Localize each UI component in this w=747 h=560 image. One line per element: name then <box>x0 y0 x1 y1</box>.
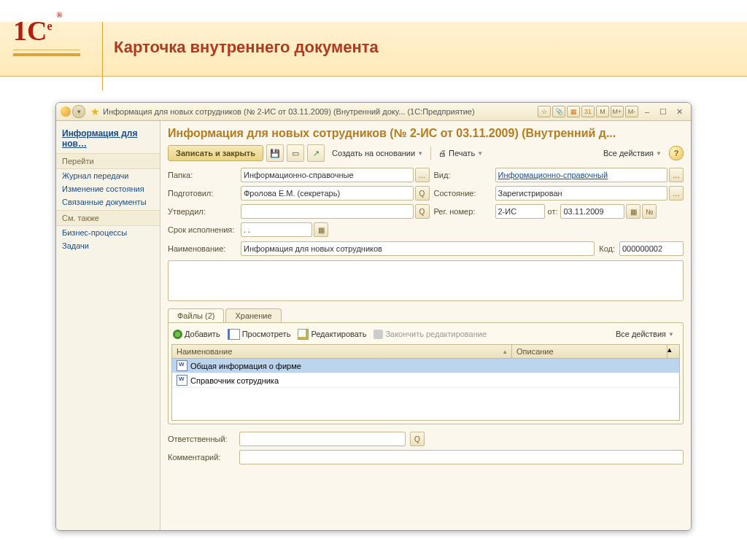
regnum-field[interactable]: 2-ИС <box>495 204 545 219</box>
tb-mminus-button[interactable]: M- <box>625 106 638 117</box>
file-edit-button[interactable]: Редактировать <box>298 329 366 340</box>
main-panel: Информация для новых сотрудников (№ 2-ИС… <box>160 121 691 531</box>
approved-lookup-button[interactable]: Q <box>415 204 430 219</box>
state-picker-button[interactable]: … <box>669 186 684 201</box>
name-field[interactable]: Информация для новых сотрудников <box>241 241 595 256</box>
col-scroll: ▴ <box>667 345 679 358</box>
file-view-button[interactable]: Просмотреть <box>228 329 291 340</box>
app-icon <box>61 106 71 117</box>
file-all-actions-button[interactable]: Все действия▼ <box>611 327 678 341</box>
create-based-button[interactable]: Создать на основании▼ <box>328 147 427 160</box>
plus-icon <box>173 330 182 339</box>
minimize-button[interactable]: – <box>640 106 654 117</box>
open-button[interactable]: ↗ <box>307 144 325 162</box>
label-responsible: Ответственный: <box>168 435 235 443</box>
kind-picker-button[interactable]: … <box>669 168 684 182</box>
nav-back-button[interactable]: ▾ <box>72 105 85 118</box>
label-deadline: Срок исполнения: <box>168 225 236 234</box>
new-button[interactable]: ▭ <box>287 144 304 162</box>
sidebar-link-journal[interactable]: Журнал передачи <box>56 169 160 182</box>
tb-mplus-button[interactable]: M+ <box>611 106 624 117</box>
label-approved: Утвердил: <box>168 207 236 216</box>
responsible-lookup-button[interactable]: Q <box>410 432 425 446</box>
word-icon <box>177 360 187 371</box>
window-titlebar: ▾ ★ Информация для новых сотрудников (№ … <box>56 103 691 121</box>
sidebar: Информация для нов… Перейти Журнал перед… <box>56 121 160 531</box>
label-code: Код: <box>599 244 615 253</box>
sidebar-section-seealso: См. также <box>56 210 160 226</box>
prepared-field[interactable]: Фролова Е.М. (секретарь) <box>241 186 414 201</box>
save-button[interactable]: 💾 <box>266 144 284 162</box>
all-actions-button[interactable]: Все действия▼ <box>599 147 666 160</box>
sidebar-link-bp[interactable]: Бизнес-процессы <box>56 226 160 239</box>
maximize-button[interactable]: ☐ <box>656 106 670 117</box>
sidebar-link-tasks[interactable]: Задачи <box>56 239 160 252</box>
kind-field[interactable]: Информационно-справочный <box>495 168 668 182</box>
logo-underline <box>13 50 80 56</box>
document-icon <box>228 329 240 340</box>
tb-calendar-button[interactable]: 31 <box>581 106 595 117</box>
label-folder: Папка: <box>168 171 236 179</box>
tab-files[interactable]: Файлы (2) <box>168 308 224 322</box>
form-toolbar: Записать и закрыть 💾 ▭ ↗ Создать на осно… <box>168 144 684 162</box>
help-button[interactable]: ? <box>669 146 684 160</box>
label-name: Наименование: <box>168 244 236 253</box>
print-button[interactable]: 🖨 Печать▼ <box>434 147 487 160</box>
file-row[interactable]: Общая информация о фирме <box>172 359 679 373</box>
word-icon <box>177 375 187 386</box>
tb-attach-button[interactable]: 📎 <box>552 106 565 117</box>
label-comment: Комментарий: <box>168 453 235 462</box>
label-regnum: Рег. номер: <box>434 207 491 216</box>
edit-icon <box>298 329 309 340</box>
tb-m-button[interactable]: M <box>596 106 609 117</box>
label-prepared: Подготовил: <box>168 189 236 198</box>
file-add-button[interactable]: Добавить <box>173 330 220 339</box>
save-close-button[interactable]: Записать и закрыть <box>168 145 263 161</box>
divider-horizontal <box>0 76 747 77</box>
description-textarea[interactable] <box>168 260 684 301</box>
prepared-lookup-button[interactable]: Q <box>415 186 430 201</box>
date-picker-button[interactable]: ▦ <box>626 204 640 219</box>
slide-title: Карточка внутреннего документа <box>114 38 379 57</box>
deadline-picker-button[interactable]: ▦ <box>314 222 328 237</box>
sidebar-link-state-change[interactable]: Изменение состояния <box>56 182 160 195</box>
file-table: Наименование▴ Описание ▴ Общая информаци… <box>171 344 680 421</box>
close-button[interactable]: ✕ <box>672 106 686 117</box>
folder-picker-button[interactable]: … <box>415 168 430 182</box>
sort-icon: ▴ <box>503 348 507 355</box>
finish-icon <box>374 330 383 339</box>
responsible-field[interactable] <box>239 432 406 446</box>
file-row[interactable]: Справочник сотрудника <box>172 373 679 388</box>
folder-field[interactable]: Информационно-справочные <box>241 168 414 182</box>
logo: 1Сe® <box>13 15 53 47</box>
divider-vertical <box>102 22 103 90</box>
sidebar-section-goto: Перейти <box>56 153 160 169</box>
app-window: ▾ ★ Информация для новых сотрудников (№ … <box>55 102 692 531</box>
number-assign-button[interactable]: № <box>642 204 657 219</box>
tab-body: Добавить Просмотреть Редактировать Закон… <box>168 322 684 424</box>
tb-calc-button[interactable]: ▦ <box>567 106 580 117</box>
col-desc[interactable]: Описание <box>512 345 667 358</box>
approved-field[interactable] <box>241 204 414 219</box>
file-finish-button[interactable]: Закончить редактирование <box>374 330 487 339</box>
tab-storage[interactable]: Хранение <box>225 308 281 322</box>
form-title: Информация для новых сотрудников (№ 2-ИС… <box>168 127 684 140</box>
label-from: от: <box>548 207 558 216</box>
sidebar-title[interactable]: Информация для нов… <box>56 125 160 152</box>
code-field[interactable]: 000000002 <box>619 241 684 256</box>
label-state: Состояние: <box>434 189 491 198</box>
deadline-field[interactable]: . . <box>241 222 312 237</box>
favorite-icon[interactable]: ★ <box>90 106 100 117</box>
sidebar-link-related-docs[interactable]: Связанные документы <box>56 195 160 209</box>
tb-favorite-button[interactable]: ☆ <box>538 106 551 117</box>
window-title: Информация для новых сотрудников (№ 2-ИС… <box>103 107 538 116</box>
comment-field[interactable] <box>239 450 684 464</box>
date-field[interactable]: 03.11.2009 <box>560 204 624 219</box>
col-name[interactable]: Наименование▴ <box>172 345 512 358</box>
state-field[interactable]: Зарегистрирован <box>495 186 668 201</box>
label-kind: Вид: <box>434 171 491 179</box>
